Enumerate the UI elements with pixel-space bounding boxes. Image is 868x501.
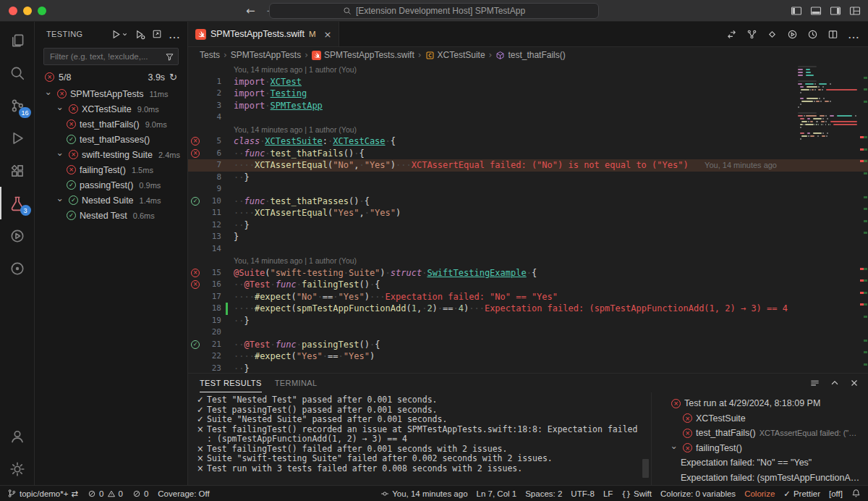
code-line[interactable]: 20 xyxy=(188,327,868,339)
overview-ruler[interactable] xyxy=(860,63,868,373)
activity-run-debug-icon[interactable] xyxy=(0,122,35,154)
twistie-icon[interactable]: › xyxy=(669,443,680,453)
gutter-run-passed-icon[interactable]: ✓ xyxy=(191,197,200,206)
status-encoding[interactable]: UTF-8 xyxy=(571,489,595,498)
activity-remote-icon[interactable] xyxy=(0,219,35,252)
test-result-item[interactable]: Expectation failed: "No" == "Yes" xyxy=(652,455,868,471)
activity-gitlens-icon[interactable] xyxy=(0,252,35,285)
git-blame-lens[interactable]: You, 14 minutes ago | 1 author (You) xyxy=(188,255,868,267)
test-result-item[interactable]: Expectation failed: (spmTestAppFunctionA… xyxy=(652,471,868,486)
output-view-icon[interactable] xyxy=(809,378,820,389)
test-coverage-icon[interactable] xyxy=(807,29,818,40)
output-scrollbar[interactable] xyxy=(642,459,649,478)
test-tree-item[interactable]: ✓test_thatPasses() xyxy=(35,132,187,147)
status-cursor-position[interactable]: Ln 7, Col 1 xyxy=(477,489,517,498)
code-line[interactable]: 11····XCTAssertEqual("Yes",·"Yes") xyxy=(188,207,868,219)
toggle-secondary-sidebar-icon[interactable] xyxy=(830,5,841,17)
code-line[interactable]: ×16··@Test·func·failingTest()·{ xyxy=(188,279,868,291)
status-branch[interactable]: topic/demo*+ ⇄ xyxy=(7,489,78,499)
run-all-tests-icon[interactable] xyxy=(111,29,128,40)
tab-terminal[interactable]: TERMINAL xyxy=(275,374,318,392)
test-result-item[interactable]: ×test_thatFails()XCTAssertEqual failed: … xyxy=(652,426,868,441)
twistie-icon[interactable]: › xyxy=(55,150,66,160)
status-language-mode[interactable]: {} Swift xyxy=(621,489,652,498)
open-changes-icon[interactable] xyxy=(726,29,737,40)
status-prettier[interactable]: ✓ Prettier xyxy=(783,489,820,499)
test-result-item[interactable]: ›×failingTest() xyxy=(652,441,868,456)
code-line[interactable]: 18····#expect(spmTestAppFunctionAdd(1,·2… xyxy=(188,303,868,315)
code-line[interactable]: 23··} xyxy=(188,363,868,374)
code-line[interactable]: ×15@Suite("swift-testing·Suite")·struct·… xyxy=(188,267,868,279)
code-line[interactable]: 17····#expect("No"·==·"Yes")···Expectati… xyxy=(188,291,868,303)
code-line[interactable]: ×5class·XCTestSuite:·XCTestCase·{ xyxy=(188,135,868,148)
command-center-search[interactable]: [Extension Development Host] SPMTestApp xyxy=(269,3,599,19)
activity-accounts-icon[interactable] xyxy=(0,420,35,452)
status-problems[interactable]: 0 0 xyxy=(88,489,123,498)
activity-source-control-icon[interactable]: 16 xyxy=(0,89,35,122)
test-result-item[interactable]: ×XCTestSuite xyxy=(652,411,868,426)
code-line[interactable]: 9 xyxy=(188,183,868,195)
breadcrumb-item[interactable]: SPMTestAppTests xyxy=(231,50,301,60)
gutter-run-passed-icon[interactable]: ✓ xyxy=(191,340,200,349)
test-tree-item[interactable]: ✓Nested Test0.6ms xyxy=(35,208,187,223)
notifications-bell[interactable] xyxy=(851,489,861,498)
code-line[interactable]: ×6··func·test_thatFails()·{ xyxy=(188,148,868,160)
code-line[interactable]: ✓21··@Test·func·passingTest()·{ xyxy=(188,339,868,351)
minimize-window-icon[interactable] xyxy=(23,7,32,15)
breadcrumb-item[interactable]: SPMTestAppTests.swift xyxy=(312,50,414,60)
test-tree-item[interactable]: ×failingTest()1.5ms xyxy=(35,162,187,177)
status-indentation[interactable]: Spaces: 2 xyxy=(525,489,562,498)
code-line[interactable]: 7····XCTAssertEqual("No",·"Yes")···XCTAs… xyxy=(188,159,868,172)
toggle-primary-sidebar-icon[interactable] xyxy=(791,5,802,17)
activity-settings-icon[interactable] xyxy=(0,452,35,485)
zoom-window-icon[interactable] xyxy=(38,7,46,15)
test-tree-item[interactable]: ›×SPMTestAppTests11ms xyxy=(35,86,187,101)
code-line[interactable]: 1import·XCTest xyxy=(188,76,868,88)
gitlens-compare-icon[interactable] xyxy=(767,29,778,40)
status-off-toggle[interactable]: [off] xyxy=(829,489,843,498)
more-actions-icon[interactable]: … xyxy=(169,28,180,41)
code-line[interactable]: 13} xyxy=(188,231,868,243)
twistie-icon[interactable]: › xyxy=(43,89,54,99)
status-git-blame[interactable]: You, 14 minutes ago xyxy=(380,489,467,498)
code-line[interactable]: 12··} xyxy=(188,219,868,232)
code-line[interactable]: 22····#expect("Yes"·==·"Yes") xyxy=(188,350,868,363)
close-panel-icon[interactable] xyxy=(849,378,859,388)
open-test-view-icon[interactable] xyxy=(152,29,162,39)
status-eol[interactable]: LF xyxy=(603,489,613,498)
test-tree-item[interactable]: ✓passingTest()0.9ms xyxy=(35,177,187,193)
git-blame-lens[interactable]: You, 14 minutes ago | 1 author (You) xyxy=(188,124,868,136)
split-editor-icon[interactable] xyxy=(827,29,838,40)
code-line[interactable]: 14 xyxy=(188,243,868,256)
code-line[interactable]: ✓10··func·test_thatPasses()·{ xyxy=(188,195,868,208)
status-colorize[interactable]: Colorize xyxy=(744,489,775,498)
twistie-icon[interactable]: › xyxy=(55,195,66,206)
test-tree-item[interactable]: ›×XCTestSuite9.0ms xyxy=(35,101,187,117)
test-results-output[interactable]: ✓Test "Nested Test" passed after 0.001 s… xyxy=(188,392,651,485)
code-line[interactable]: 19··} xyxy=(188,315,868,327)
breadcrumb-item[interactable]: XCTestSuite xyxy=(425,50,485,60)
editor-tab[interactable]: SPMTestAppTests.swift M × xyxy=(188,22,339,46)
activity-search-icon[interactable] xyxy=(0,56,35,89)
run-tests-in-file-icon[interactable] xyxy=(787,29,798,40)
test-result-item[interactable]: ×Test run at 4/29/2024, 8:18:09 PM xyxy=(652,396,868,411)
status-extra-count[interactable]: 0 xyxy=(132,489,148,498)
activity-extensions-icon[interactable] xyxy=(0,154,35,187)
filter-funnel-icon[interactable] xyxy=(165,52,174,62)
gitlens-graph-icon[interactable] xyxy=(746,29,757,40)
customize-layout-icon[interactable] xyxy=(849,5,861,17)
refresh-tests-icon[interactable]: ↻ xyxy=(169,72,177,83)
tab-test-results[interactable]: TEST RESULTS xyxy=(200,374,262,392)
maximize-panel-icon[interactable] xyxy=(830,378,840,388)
code-line[interactable]: 3import·SPMTestApp xyxy=(188,100,868,112)
code-editor[interactable]: You, 14 minutes ago | 1 author (You)1imp… xyxy=(188,63,868,373)
test-tree-item[interactable]: ›×swift-testing Suite2.4ms xyxy=(35,147,187,162)
gutter-run-failed-icon[interactable]: × xyxy=(191,269,200,277)
code-line[interactable]: 4 xyxy=(188,111,868,124)
tab-close-icon[interactable]: × xyxy=(324,29,332,40)
toggle-panel-icon[interactable] xyxy=(810,5,822,17)
activity-testing-icon[interactable]: 3 xyxy=(0,187,35,219)
more-editor-actions-icon[interactable]: … xyxy=(848,28,859,41)
navigate-back-icon[interactable]: ← xyxy=(246,4,255,17)
gutter-run-failed-icon[interactable]: × xyxy=(191,149,200,158)
